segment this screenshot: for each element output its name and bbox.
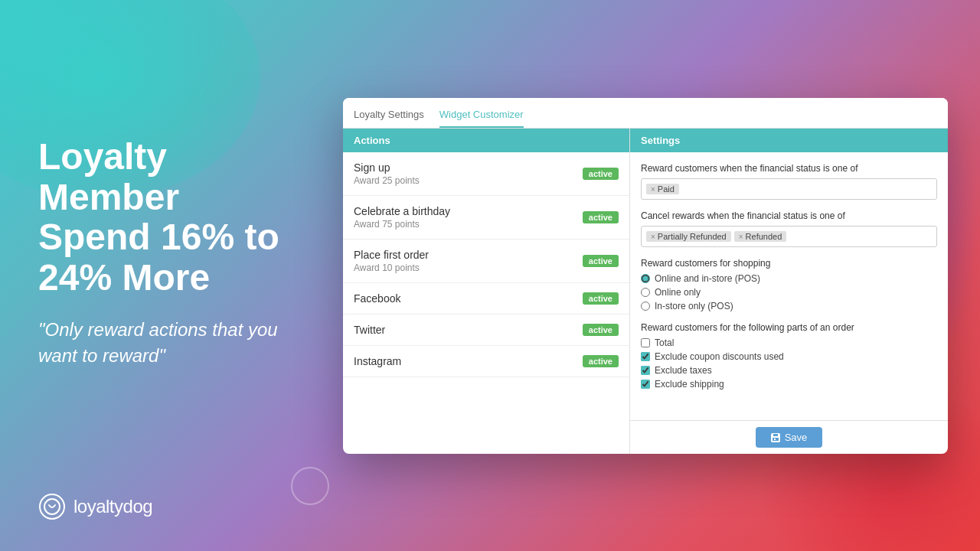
- action-item-twitter[interactable]: Twitter active: [343, 315, 629, 346]
- checkbox-exclude-coupon-input[interactable]: [641, 352, 650, 361]
- action-name-facebook: Facebook: [354, 292, 400, 305]
- radio-instore-only-input[interactable]: [641, 302, 650, 311]
- tag-refunded: × Refunded: [734, 231, 787, 242]
- settings-panel: Settings Reward customers when the finan…: [630, 129, 948, 454]
- app-window: Loyalty Settings Widget Customizer Actio…: [343, 98, 948, 454]
- actions-panel: Actions Sign up Award 25 points active C…: [343, 129, 630, 454]
- tag-paid: × Paid: [646, 184, 679, 194]
- logo-area: loyaltydog: [38, 493, 152, 520]
- logo-text: loyaltydog: [74, 496, 152, 517]
- radio-online-only-label: Online only: [655, 287, 701, 298]
- tag-refunded-remove[interactable]: ×: [739, 233, 743, 241]
- action-points-signup: Award 25 points: [354, 175, 420, 186]
- checkbox-total-label: Total: [655, 337, 674, 348]
- checkbox-exclude-shipping-label: Exclude shipping: [655, 379, 724, 390]
- action-name-signup: Sign up: [354, 161, 420, 174]
- subheadline: "Only reward actions that you want to re…: [38, 317, 299, 368]
- checkbox-total-input[interactable]: [641, 338, 650, 347]
- badge-first-order: active: [583, 255, 619, 267]
- checkbox-total[interactable]: Total: [641, 337, 937, 348]
- order-parts-label: Reward customers for the following parts…: [641, 322, 937, 333]
- badge-twitter: active: [583, 324, 619, 336]
- reward-financial-label: Reward customers when the financial stat…: [641, 163, 937, 174]
- reward-financial-section: Reward customers when the financial stat…: [641, 163, 937, 200]
- radio-instore-only[interactable]: In-store only (POS): [641, 301, 937, 311]
- order-parts-section: Reward customers for the following parts…: [641, 322, 937, 390]
- action-points-first-order: Award 10 points: [354, 262, 429, 273]
- save-button[interactable]: Save: [756, 427, 823, 448]
- tag-partially-refunded: × Partially Refunded: [646, 231, 731, 242]
- save-icon: [771, 433, 780, 442]
- checkbox-exclude-shipping-input[interactable]: [641, 380, 650, 389]
- actions-header: Actions: [343, 129, 629, 152]
- badge-birthday: active: [583, 211, 619, 223]
- tabs-bar: Loyalty Settings Widget Customizer: [343, 98, 948, 129]
- badge-instagram: active: [583, 355, 619, 367]
- action-name-first-order: Place first order: [354, 249, 429, 261]
- radio-online-instore-input[interactable]: [641, 274, 650, 283]
- checkbox-exclude-taxes[interactable]: Exclude taxes: [641, 365, 937, 376]
- cancel-financial-section: Cancel rewards when the financial status…: [641, 210, 937, 247]
- logo-icon: [38, 493, 66, 520]
- reward-financial-input[interactable]: × Paid: [641, 178, 937, 200]
- shopping-label: Reward customers for shopping: [641, 258, 937, 269]
- order-parts-checkbox-group: Total Exclude coupon discounts used Excl…: [641, 337, 937, 390]
- settings-header: Settings: [630, 129, 948, 152]
- action-item-birthday[interactable]: Celebrate a birthday Award 75 points act…: [343, 196, 629, 240]
- left-panel: Loyalty Member Spend 16% to 24% More "On…: [0, 0, 329, 551]
- action-item-facebook[interactable]: Facebook active: [343, 283, 629, 315]
- checkbox-exclude-coupon[interactable]: Exclude coupon discounts used: [641, 351, 937, 362]
- checkbox-exclude-taxes-label: Exclude taxes: [655, 365, 712, 376]
- cancel-financial-label: Cancel rewards when the financial status…: [641, 210, 937, 221]
- tag-partially-refunded-label: Partially Refunded: [658, 232, 727, 241]
- action-points-birthday: Award 75 points: [354, 219, 450, 230]
- checkbox-exclude-coupon-label: Exclude coupon discounts used: [655, 351, 784, 362]
- action-list: Sign up Award 25 points active Celebrate…: [343, 152, 629, 454]
- checkbox-exclude-taxes-input[interactable]: [641, 366, 650, 375]
- tag-partially-refunded-remove[interactable]: ×: [651, 233, 655, 241]
- headline: Loyalty Member Spend 16% to 24% More: [38, 137, 299, 298]
- tag-paid-remove[interactable]: ×: [651, 185, 655, 194]
- radio-online-only[interactable]: Online only: [641, 287, 937, 298]
- save-button-label: Save: [785, 432, 808, 443]
- action-item-instagram[interactable]: Instagram active: [343, 346, 629, 377]
- main-content: Actions Sign up Award 25 points active C…: [343, 129, 948, 454]
- tag-paid-label: Paid: [658, 184, 675, 194]
- badge-facebook: active: [583, 292, 619, 305]
- shopping-radio-group: Online and in-store (POS) Online only In…: [641, 273, 937, 311]
- action-name-birthday: Celebrate a birthday: [354, 205, 450, 217]
- action-name-twitter: Twitter: [354, 324, 385, 336]
- radio-online-instore-label: Online and in-store (POS): [655, 273, 760, 284]
- radio-online-instore[interactable]: Online and in-store (POS): [641, 273, 937, 284]
- tag-refunded-label: Refunded: [746, 232, 782, 241]
- action-item-first-order[interactable]: Place first order Award 10 points active: [343, 240, 629, 283]
- shopping-section: Reward customers for shopping Online and…: [641, 258, 937, 311]
- tab-loyalty-settings[interactable]: Loyalty Settings: [354, 106, 424, 128]
- tab-widget-customizer[interactable]: Widget Customizer: [439, 106, 524, 128]
- radio-online-only-input[interactable]: [641, 288, 650, 297]
- cancel-financial-input[interactable]: × Partially Refunded × Refunded: [641, 226, 937, 247]
- save-row: Save: [630, 420, 948, 454]
- circle-decoration: [291, 467, 329, 505]
- radio-instore-only-label: In-store only (POS): [655, 301, 733, 311]
- checkbox-exclude-shipping[interactable]: Exclude shipping: [641, 379, 937, 390]
- settings-content: Reward customers when the financial stat…: [630, 152, 948, 420]
- badge-signup: active: [583, 168, 619, 180]
- action-item-signup[interactable]: Sign up Award 25 points active: [343, 152, 629, 196]
- action-name-instagram: Instagram: [354, 355, 401, 367]
